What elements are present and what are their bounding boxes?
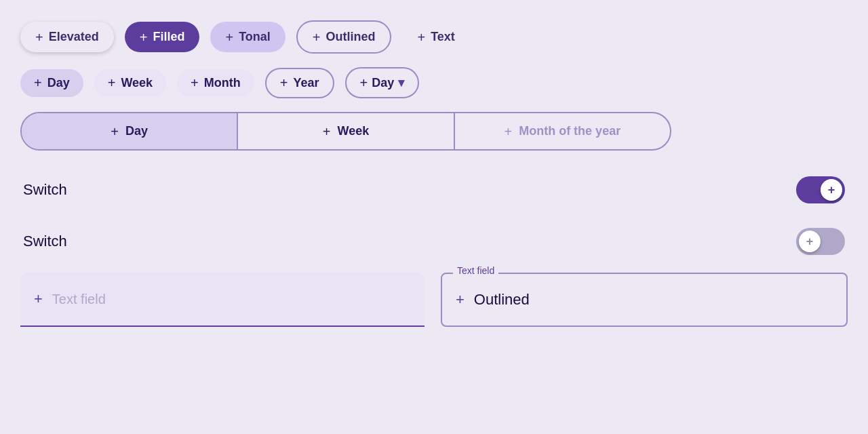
segment-day[interactable]: + Day <box>22 113 238 149</box>
textfield-row: + Text field Text field + Outlined <box>20 273 848 327</box>
outlined-button-label: Outlined <box>326 30 375 44</box>
day-chip-dropdown-label: Day <box>372 76 394 90</box>
switch-2-thumb: + <box>799 231 821 252</box>
switch-1-toggle[interactable]: + <box>796 176 845 203</box>
segment-month-of-year[interactable]: + Month of the year <box>455 113 670 149</box>
plus-icon: + <box>323 125 331 138</box>
year-chip-label: Year <box>293 76 319 90</box>
tonal-button-label: Tonal <box>239 30 271 44</box>
month-chip-label: Month <box>204 76 241 90</box>
switch-2-label: Switch <box>23 233 67 250</box>
plus-icon: + <box>417 31 425 44</box>
segment-week[interactable]: + Week <box>238 113 454 149</box>
plus-icon: + <box>35 31 43 44</box>
filled-button-label: Filled <box>153 30 184 44</box>
switch-1-label: Switch <box>23 181 67 199</box>
chip-variants-row: + Day + Week + Month + Year + Day ▾ <box>20 67 848 98</box>
text-button[interactable]: + Text <box>402 22 469 52</box>
plus-icon: + <box>828 183 835 197</box>
segment-strip-row: + Day + Week + Month of the year <box>20 112 848 151</box>
switch-1-thumb: + <box>821 179 842 201</box>
plus-icon: + <box>140 31 148 44</box>
outlined-button[interactable]: + Outlined <box>296 20 392 54</box>
plus-icon: + <box>111 125 119 138</box>
elevated-button-label: Elevated <box>49 30 99 44</box>
month-chip[interactable]: + Month <box>177 69 254 97</box>
year-chip[interactable]: + Year <box>265 68 334 98</box>
switch-row-1: Switch + <box>20 164 848 216</box>
filled-button[interactable]: + Filled <box>125 22 200 52</box>
textfield-outlined-value: Outlined <box>474 291 530 309</box>
textfield-filled-placeholder: Text field <box>52 292 106 307</box>
plus-icon: + <box>360 76 368 90</box>
week-chip[interactable]: + Week <box>94 69 166 97</box>
button-variants-row: + Elevated + Filled + Tonal + Outlined +… <box>20 20 848 54</box>
plus-icon: + <box>280 76 288 90</box>
day-chip-dropdown[interactable]: + Day ▾ <box>345 67 420 98</box>
switch-2-toggle[interactable]: + <box>796 228 845 255</box>
plus-icon: + <box>806 235 814 249</box>
chevron-down-icon: ▾ <box>398 75 404 90</box>
day-chip-filled[interactable]: + Day <box>20 69 83 97</box>
day-chip-filled-label: Day <box>47 76 70 90</box>
plus-icon: + <box>34 290 43 308</box>
textfield-filled[interactable]: + Text field <box>20 273 425 327</box>
switch-row-2: Switch + <box>20 216 848 267</box>
text-button-label: Text <box>431 30 455 44</box>
plus-icon: + <box>456 291 465 309</box>
elevated-button[interactable]: + Elevated <box>20 22 114 52</box>
plus-icon: + <box>34 76 42 90</box>
plus-icon: + <box>225 31 233 44</box>
week-chip-label: Week <box>121 76 153 90</box>
plus-icon: + <box>108 76 116 90</box>
segment-month-of-year-label: Month of the year <box>519 124 620 138</box>
tonal-button[interactable]: + Tonal <box>210 22 285 52</box>
textfield-outlined-label: Text field <box>453 265 498 276</box>
plus-icon: + <box>504 125 512 138</box>
textfield-outlined[interactable]: Text field + Outlined <box>441 273 848 327</box>
plus-icon: + <box>191 76 199 90</box>
segment-strip: + Day + Week + Month of the year <box>20 112 671 151</box>
segment-day-label: Day <box>125 124 148 138</box>
plus-icon: + <box>313 31 321 44</box>
segment-week-label: Week <box>337 124 369 138</box>
